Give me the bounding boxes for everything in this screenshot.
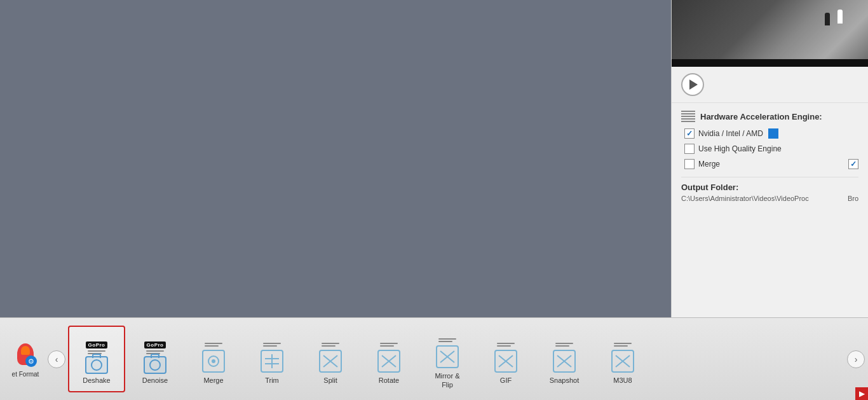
trim-icon-wrapper	[254, 336, 290, 374]
split-icon-wrapper	[313, 336, 348, 374]
tool-mirror-flip[interactable]: Mirror &Flip	[419, 326, 476, 392]
nvidia-row: Nvidia / Intel / AMD	[681, 128, 858, 139]
mirror-lines	[438, 338, 456, 342]
thumbnail-overlay	[672, 59, 868, 67]
gif-label: GIF	[500, 376, 512, 385]
merge-row: Merge	[681, 159, 858, 169]
corner-button[interactable]: ▶	[855, 387, 868, 400]
deshake-label: Deshake	[83, 376, 110, 385]
mirror-icon	[435, 344, 460, 369]
hardware-section: Hardware Acceleration Engine: Nvidia / I…	[681, 111, 858, 169]
mirror-svg	[435, 345, 459, 369]
rotate-lines	[380, 343, 398, 347]
line1	[263, 343, 281, 344]
denoise-label: Denoise	[142, 376, 168, 385]
m3u8-lines	[614, 343, 632, 347]
tool-rotate[interactable]: Rotate	[360, 326, 417, 392]
nav-left-icon: ‹	[55, 354, 58, 364]
line1	[380, 343, 398, 344]
tool-snapshot[interactable]: Snapshot	[536, 326, 593, 392]
right-panel: Hardware Acceleration Engine: Nvidia / I…	[671, 0, 868, 317]
nvidia-checkbox[interactable]	[684, 128, 695, 139]
merge-checkbox[interactable]	[684, 159, 695, 169]
snapshot-icon-wrapper	[546, 336, 582, 374]
tool-gif[interactable]: GIF	[477, 326, 534, 392]
rotate-icon-wrapper	[371, 336, 407, 374]
rotate-svg	[377, 349, 401, 373]
m3u8-svg	[611, 349, 635, 373]
output-section: Output Folder: C:\Users\Administrator\Vi…	[681, 183, 858, 202]
tool-merge[interactable]: Merge	[185, 326, 242, 392]
hardware-icon	[681, 111, 695, 122]
nav-right-icon: ›	[855, 354, 858, 364]
rotate-icon	[376, 348, 402, 374]
merge-extra-checkbox[interactable]	[848, 159, 858, 169]
gif-svg	[494, 349, 518, 373]
split-svg	[318, 349, 342, 373]
split-icon	[318, 348, 343, 374]
nav-right-button[interactable]: ›	[847, 350, 865, 368]
gif-icon	[493, 348, 519, 374]
trim-lines	[263, 343, 281, 347]
tool-deshake[interactable]: GoPro Deshake	[68, 326, 125, 392]
snapshot-label: Snapshot	[550, 376, 579, 385]
line1	[88, 350, 105, 352]
line1	[497, 343, 515, 344]
output-path: C:\Users\Administrator\Videos\VideoProc	[681, 195, 809, 202]
high-quality-label: Use High Quality Engine	[698, 144, 782, 153]
high-quality-checkbox[interactable]	[684, 144, 695, 154]
deshake-gopro-badge: GoPro	[86, 341, 108, 348]
browse-label: Bro	[848, 195, 858, 202]
gif-icon-wrapper	[488, 336, 524, 374]
line1	[322, 343, 339, 344]
line1	[555, 343, 573, 344]
corner-icon: ▶	[859, 389, 865, 398]
tool-trim[interactable]: Trim	[243, 326, 301, 392]
snapshot-svg	[552, 349, 576, 373]
play-button[interactable]	[681, 73, 704, 96]
line1	[205, 343, 222, 344]
hardware-title: Hardware Acceleration Engine:	[700, 112, 822, 121]
hardware-header: Hardware Acceleration Engine:	[681, 111, 858, 122]
denoise-gopro-badge: GoPro	[144, 341, 166, 348]
nvidia-checkbox-wrapper[interactable]: Nvidia / Intel / AMD	[684, 128, 763, 139]
high-quality-checkbox-wrapper[interactable]: Use High Quality Engine	[684, 144, 782, 154]
split-label: Split	[323, 376, 337, 385]
panel-settings: Hardware Acceleration Engine: Nvidia / I…	[672, 103, 868, 317]
line1	[146, 350, 164, 352]
snapshot-icon	[552, 348, 577, 374]
line2	[497, 345, 511, 347]
high-quality-row: Use High Quality Engine	[681, 144, 858, 154]
tool-denoise[interactable]: GoPro Denoise	[126, 326, 184, 392]
line2	[322, 345, 336, 347]
set-format-label: et Format	[12, 371, 39, 378]
gif-lines	[497, 343, 515, 347]
mirror-icon-wrapper	[430, 331, 465, 369]
set-format-item[interactable]: ⚙ et Format	[3, 328, 48, 391]
set-format-icon: ⚙	[11, 340, 39, 368]
line2	[555, 345, 569, 347]
trim-icon	[259, 348, 285, 374]
trim-label: Trim	[265, 376, 279, 385]
merge-checkbox-wrapper[interactable]: Merge	[684, 159, 720, 169]
mirror-flip-label: Mirror &Flip	[435, 372, 459, 389]
nvidia-label: Nvidia / Intel / AMD	[698, 129, 763, 138]
trim-svg	[260, 349, 284, 373]
split-lines	[322, 343, 339, 347]
settings-divider	[681, 177, 858, 177]
thumbnail-image	[672, 0, 868, 67]
svg-point-2	[212, 359, 215, 363]
line2	[438, 341, 452, 342]
line2	[263, 345, 277, 347]
tool-m3u8[interactable]: M3U8	[594, 326, 651, 392]
video-preview	[0, 0, 671, 317]
play-controls	[672, 67, 868, 103]
nvidia-indicator	[768, 128, 778, 139]
tool-items-container: GoPro Deshake GoPro Denoise	[65, 326, 847, 392]
deshake-camera-icon	[85, 356, 108, 374]
preview-thumbnail	[672, 0, 868, 67]
nav-left-button[interactable]: ‹	[48, 350, 65, 368]
snapshot-lines	[555, 343, 573, 347]
tool-split[interactable]: Split	[302, 326, 359, 392]
m3u8-label: M3U8	[613, 376, 632, 385]
